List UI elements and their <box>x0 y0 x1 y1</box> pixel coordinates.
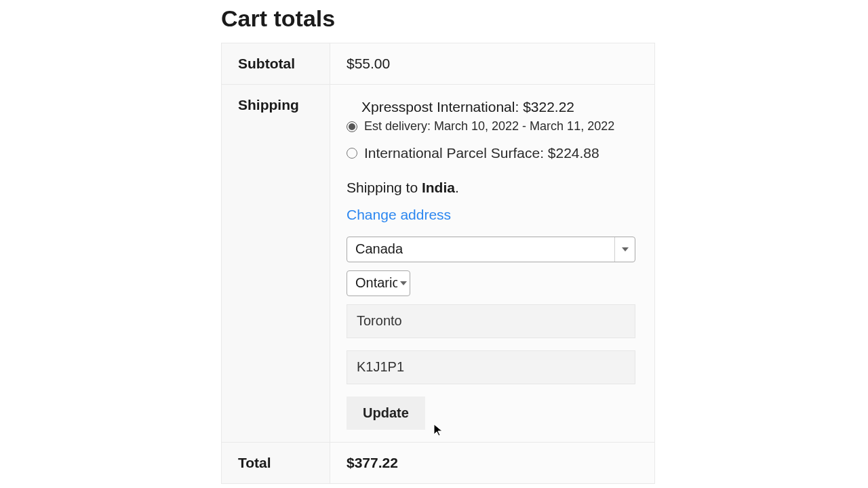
province-select-value: Ontario <box>347 275 397 291</box>
total-label: Total <box>222 442 330 483</box>
chevron-down-icon <box>397 271 410 296</box>
change-address-link[interactable]: Change address <box>347 207 451 223</box>
shipping-cell: Xpresspost International: $322.22 Est de… <box>330 85 655 443</box>
city-input[interactable] <box>347 304 635 338</box>
shipping-label: Shipping <box>222 85 330 443</box>
update-button[interactable]: Update <box>347 396 425 430</box>
postal-input[interactable] <box>347 350 635 384</box>
cart-totals-table: Subtotal $55.00 Shipping Xpresspost Inte… <box>221 43 655 484</box>
total-value: $377.22 <box>330 442 655 483</box>
shipping-option[interactable]: Xpresspost International: $322.22 Est de… <box>347 97 638 136</box>
chevron-down-icon <box>614 237 635 262</box>
page-title: Cart totals <box>221 5 655 32</box>
shipping-option-label: International Parcel Surface: $224.88 <box>364 145 599 161</box>
province-select[interactable]: Ontario <box>347 270 410 296</box>
country-select[interactable]: Canada <box>347 237 635 262</box>
shipping-radio[interactable] <box>347 121 357 132</box>
subtotal-value: $55.00 <box>330 43 655 85</box>
shipping-destination: Shipping to India. <box>347 180 638 196</box>
shipping-radio[interactable] <box>347 148 357 159</box>
subtotal-label: Subtotal <box>222 43 330 85</box>
shipping-option[interactable]: International Parcel Surface: $224.88 <box>347 145 638 162</box>
country-select-value: Canada <box>347 241 614 257</box>
address-form: Canada Ontario Update <box>347 237 638 430</box>
shipping-option-label: Xpresspost International: $322.22 <box>361 97 614 117</box>
shipping-option-sublabel: Est delivery: March 10, 2022 - March 11,… <box>364 119 614 134</box>
